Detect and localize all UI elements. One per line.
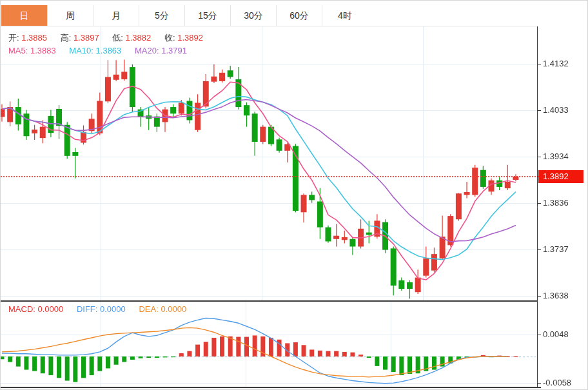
macd-tick-2: -0.0058 bbox=[543, 378, 585, 388]
tab-day[interactable]: 日 bbox=[1, 5, 47, 26]
ma10-value: 1.3863 bbox=[96, 46, 122, 55]
macd-legend: MACD: 0.0000 DIFF: 0.0000 DEA: 0.0000 bbox=[8, 304, 186, 314]
ma20-value: 1.3791 bbox=[161, 46, 187, 55]
trading-chart-app: 日 周 月 5分 15分 30分 60分 4时 开: 1.3885 高: 1.3… bbox=[0, 0, 588, 390]
ma20-label: MA20: bbox=[135, 46, 159, 55]
price-tick-5: 1.3737 bbox=[543, 244, 585, 255]
dea-value: 0.0000 bbox=[161, 304, 186, 314]
diff-label: DIFF: bbox=[77, 304, 98, 314]
price-tick-2: 1.4033 bbox=[543, 105, 585, 115]
tab-60min[interactable]: 60分 bbox=[276, 5, 322, 26]
macd-value: 0.0000 bbox=[38, 304, 64, 314]
ohlc-legend: 开: 1.3885 高: 1.3897 低: 1.3882 收: 1.3892 bbox=[8, 32, 203, 44]
high-label: 高: bbox=[61, 33, 72, 43]
price-tick-3: 1.3934 bbox=[543, 151, 585, 162]
ma10-label: MA10: bbox=[69, 46, 93, 55]
tab-month[interactable]: 月 bbox=[93, 5, 139, 26]
price-tick-1: 1.4132 bbox=[543, 59, 585, 69]
ma-legend: MA5: 1.3883 MA10: 1.3863 MA20: 1.3791 bbox=[8, 46, 187, 55]
tab-30min[interactable]: 30分 bbox=[230, 5, 276, 26]
macd-label: MACD: bbox=[8, 304, 35, 314]
close-label: 收: bbox=[164, 33, 175, 43]
low-label: 低: bbox=[112, 33, 123, 43]
tab-15min[interactable]: 15分 bbox=[184, 5, 230, 26]
tab-week[interactable]: 周 bbox=[47, 5, 93, 26]
ma5-value: 1.3883 bbox=[30, 46, 56, 55]
open-label: 开: bbox=[8, 33, 19, 43]
timeframe-tabbar: 日 周 月 5分 15分 30分 60分 4时 bbox=[1, 1, 538, 26]
tab-4hour[interactable]: 4时 bbox=[322, 5, 368, 26]
price-tick-6: 1.3638 bbox=[543, 291, 585, 301]
candlestick-chart-canvas[interactable] bbox=[1, 1, 588, 390]
high-value: 1.3897 bbox=[74, 33, 99, 43]
close-value: 1.3892 bbox=[177, 33, 203, 43]
last-price-badge: 1.3892 bbox=[538, 170, 583, 183]
ma5-label: MA5: bbox=[8, 46, 28, 55]
diff-value: 0.0000 bbox=[100, 304, 126, 314]
dea-label: DEA: bbox=[139, 304, 158, 314]
price-tick-4: 1.3836 bbox=[543, 198, 585, 208]
macd-tick-1: 0.0048 bbox=[543, 329, 585, 340]
open-value: 1.3885 bbox=[21, 33, 47, 43]
low-value: 1.3882 bbox=[126, 33, 152, 43]
tab-5min[interactable]: 5分 bbox=[139, 5, 184, 26]
